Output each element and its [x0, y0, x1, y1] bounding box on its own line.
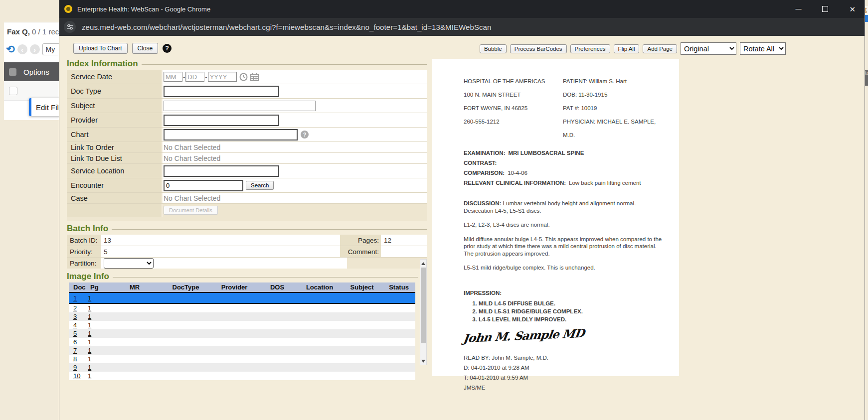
help-icon[interactable]: ? [163, 44, 172, 53]
page-link[interactable]: 1 [88, 313, 91, 320]
doc-link[interactable]: 1 [73, 294, 77, 302]
service-date-yyyy-input[interactable] [208, 72, 237, 82]
bubble-button[interactable]: Bubble [480, 44, 507, 53]
url-bar: zeus.med-web.com/webchart/wctjosterman/w… [59, 18, 865, 36]
close-window-button[interactable]: ✕ [849, 5, 856, 13]
doc-link[interactable]: 5 [73, 330, 77, 337]
page-link[interactable]: 1 [88, 355, 91, 363]
clinical-info-value: Low back pain lifting cement [569, 180, 641, 186]
image-info-row[interactable]: 31 [69, 312, 415, 321]
page-link[interactable]: 1 [88, 321, 91, 329]
scroll-down-icon[interactable] [420, 357, 426, 365]
empty-cell [298, 355, 342, 363]
empty-cell [382, 321, 415, 329]
chart-input[interactable] [164, 129, 298, 140]
facility-name: HOSPITAL OF THE AMERICAS [464, 75, 563, 88]
service-location-input[interactable] [164, 165, 279, 177]
doc-link[interactable]: 9 [73, 364, 77, 371]
clock-icon[interactable] [239, 73, 248, 81]
url-text[interactable]: zeus.med-web.com/webchart/wctjosterman/w… [82, 23, 492, 31]
image-info-row[interactable]: 91 [69, 363, 415, 372]
chrome-window: Enterprise Health: WebScan - Google Chro… [59, 0, 865, 420]
site-settings-icon[interactable] [64, 21, 76, 33]
partial-link-text: t [865, 6, 868, 15]
refresh-icon[interactable]: ⟲ [6, 44, 15, 54]
encounter-input[interactable] [164, 180, 243, 191]
batch-info-table: Batch ID: 13 Pages: 12 Priority: 5 Comme… [67, 235, 427, 269]
doc-type-input[interactable] [164, 86, 279, 97]
process-barcodes-button[interactable]: Process BarCodes [510, 44, 567, 53]
image-info-row[interactable]: 81 [69, 355, 415, 363]
page-link[interactable]: 1 [88, 330, 91, 337]
page-link[interactable]: 1 [88, 364, 91, 371]
image-info-row[interactable]: 101 [69, 372, 415, 380]
image-info-row[interactable]: 41 [69, 321, 415, 329]
image-list-scrollbar[interactable] [420, 259, 427, 365]
fax-queue-name: Fax Q, [7, 27, 30, 36]
empty-cell [382, 363, 415, 372]
close-button[interactable]: Close [132, 43, 159, 54]
popup-accent-bar [29, 98, 31, 116]
subject-label: Subject [67, 99, 163, 113]
image-info-row[interactable]: 71 [69, 346, 415, 355]
encounter-search-button[interactable]: Search [246, 181, 274, 190]
partition-select[interactable] [104, 258, 154, 269]
partition-row: Partition: [67, 258, 427, 269]
minimize-button[interactable]: — [795, 6, 801, 12]
rotate-all-select[interactable]: Rotate All [740, 42, 786, 55]
select-all-checkbox[interactable] [9, 68, 16, 76]
image-info-row[interactable]: 11 [69, 292, 415, 303]
page-link[interactable]: 1 [88, 338, 91, 346]
partition-label: Partition: [67, 258, 101, 269]
options-header-label: Options [23, 68, 49, 76]
empty-cell [212, 346, 257, 355]
provider-input[interactable] [164, 115, 279, 126]
service-date-dd-input[interactable] [185, 72, 204, 82]
subject-input[interactable] [164, 101, 316, 111]
doc-link[interactable]: 7 [73, 347, 77, 354]
pages-value: 12 [381, 235, 427, 246]
document-preview[interactable]: HOSPITAL OF THE AMERICAS 100 N. MAIN STR… [432, 59, 679, 376]
page-link[interactable]: 1 [88, 304, 91, 312]
next-page-icon[interactable]: › [30, 44, 40, 54]
upload-to-chart-button[interactable]: Upload To Chart [73, 43, 128, 54]
empty-cell [160, 338, 212, 346]
col-status: Status [382, 282, 415, 292]
image-info-row[interactable]: 61 [69, 338, 415, 346]
empty-cell [212, 355, 257, 363]
flip-all-button[interactable]: Flip All [614, 44, 640, 53]
maximize-button[interactable] [822, 6, 828, 12]
page-link[interactable]: 1 [88, 347, 91, 354]
fax-queue-title: Fax Q, 0 / 1 reco [7, 27, 63, 36]
preferences-button[interactable]: Preferences [570, 44, 610, 53]
discussion-paragraph: L5-S1 mild ridge/bulge complex. This is … [464, 264, 665, 272]
doc-link[interactable]: 3 [73, 313, 77, 320]
transcribed-line: T: 04-01-2010 at 9:59 AM [464, 373, 665, 383]
zoom-select[interactable]: Original [681, 42, 736, 55]
service-location-row: Service Location [67, 164, 427, 178]
doc-link[interactable]: 2 [73, 304, 77, 312]
row-checkbox[interactable] [9, 87, 17, 95]
chart-help-icon[interactable]: ? [301, 131, 309, 139]
doc-link[interactable]: 10 [73, 372, 80, 380]
empty-cell [257, 292, 298, 303]
image-info-row[interactable]: 21 [69, 303, 415, 312]
batch-id-label: Batch ID: [67, 235, 101, 246]
doc-link[interactable]: 8 [73, 355, 77, 363]
empty-cell [298, 338, 342, 346]
col-mr: MR [110, 282, 160, 292]
scrollbar-thumb[interactable] [421, 268, 426, 343]
service-date-mm-input[interactable] [164, 72, 182, 82]
scroll-up-icon[interactable] [420, 260, 426, 267]
calendar-icon[interactable] [250, 73, 259, 81]
prev-page-icon[interactable]: ‹ [17, 44, 27, 54]
page-link[interactable]: 1 [88, 294, 91, 302]
empty-cell [212, 292, 257, 303]
add-page-button[interactable]: Add Page [643, 44, 677, 53]
image-info-row[interactable]: 51 [69, 329, 415, 338]
doc-link[interactable]: 6 [73, 338, 77, 346]
doc-link[interactable]: 4 [73, 321, 77, 329]
initials-line: JMS/ME [464, 383, 665, 393]
page-link[interactable]: 1 [88, 372, 91, 380]
index-form-column: Index Information Service Date - - [67, 58, 427, 380]
